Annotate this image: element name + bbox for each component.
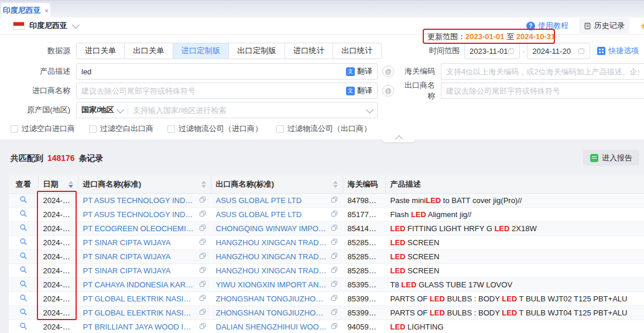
importer-link[interactable]: PT GLOBAL ELEKTRIK NASIONAL	[83, 308, 196, 317]
view-detail-button[interactable]	[9, 291, 38, 305]
translate-button[interactable]: 文 翻译	[346, 66, 372, 77]
importer-link[interactable]: PT ASUS TECHNOLOGY INDONESIA BA...	[83, 196, 196, 205]
product-desc-input[interactable]: 文 翻译	[76, 63, 378, 80]
copy-icon[interactable]	[331, 308, 338, 317]
history-button[interactable]: 历史记录	[579, 18, 629, 33]
importer-link[interactable]: PT CAHAYA INDONESIA KARGO	[83, 280, 196, 289]
view-detail-button[interactable]	[9, 277, 38, 291]
importer-link[interactable]: PT ASUS TECHNOLOGY INDONESIA BA...	[83, 210, 196, 219]
star-icon[interactable]: ★	[640, 20, 644, 32]
tab-indonesia[interactable]: 印度尼西亚 ×	[1, 3, 50, 18]
exporter-link[interactable]: ASUS GLOBAL PTE LTD	[216, 196, 302, 205]
exporter-link[interactable]: ZHONGSHAN TONGJIUZHOU INTERNA...	[216, 294, 327, 303]
copy-icon[interactable]	[331, 280, 338, 289]
close-icon[interactable]: ×	[44, 6, 49, 15]
copy-icon[interactable]	[199, 280, 206, 289]
copy-icon[interactable]	[199, 210, 206, 219]
chevron-down-icon[interactable]	[72, 21, 80, 29]
copy-icon[interactable]	[199, 266, 206, 275]
hs-code-input[interactable]	[441, 63, 644, 80]
source-tab[interactable]: 进口统计	[285, 43, 333, 59]
sort-icon[interactable]	[201, 181, 206, 188]
col-importer[interactable]: 进口商名称(标准)	[78, 176, 211, 193]
end-date-input[interactable]	[527, 43, 590, 59]
col-date[interactable]: 日期	[38, 176, 78, 193]
filter-checkbox[interactable]: 过滤物流公司（进口商）	[167, 123, 262, 134]
copy-icon[interactable]	[331, 266, 338, 275]
copy-icon[interactable]	[331, 224, 338, 233]
origin-type-select[interactable]: 国家/地区	[81, 105, 128, 115]
exporter-link[interactable]: ZHONGSHAN TONGJIUZHOU INTERNA...	[216, 308, 327, 317]
view-detail-button[interactable]	[9, 221, 38, 235]
importer-link[interactable]: PT SINAR CIPTA WIJAYA	[83, 252, 171, 261]
copy-icon[interactable]	[331, 210, 338, 219]
view-detail-button[interactable]	[9, 235, 38, 249]
origin-country-value[interactable]	[133, 106, 367, 115]
copy-icon[interactable]	[199, 294, 206, 303]
sort-icon[interactable]	[68, 181, 73, 188]
exporter-link[interactable]: CHONGQING WINWAY IMPORT AND E...	[216, 224, 327, 233]
source-tab[interactable]: 进口定制版	[173, 43, 229, 59]
product-desc-value[interactable]	[81, 67, 346, 76]
exporter-name-value[interactable]	[446, 87, 639, 95]
copy-icon[interactable]	[199, 196, 206, 205]
copy-icon[interactable]	[199, 224, 206, 233]
checkbox-icon[interactable]	[276, 125, 284, 133]
importer-link[interactable]: PT ECOGREEN OLEOCHEMICALS	[83, 224, 196, 233]
view-detail-button[interactable]	[9, 320, 38, 333]
match-mode-icon[interactable]: @	[382, 66, 394, 77]
exporter-link[interactable]: HANGZHOU XINGCAN TRADING CO LTD	[216, 252, 327, 261]
country-selector-label[interactable]: 印度尼西亚	[29, 20, 67, 31]
quick-options-button[interactable]: 快捷选项	[597, 46, 639, 56]
match-mode-icon[interactable]: @	[382, 85, 394, 97]
sort-icon[interactable]	[333, 181, 338, 188]
copy-icon[interactable]	[199, 308, 206, 317]
tutorial-link[interactable]: ? 使用教程	[526, 20, 568, 31]
filter-checkbox[interactable]: 过滤空白进口商	[11, 123, 75, 134]
exporter-link[interactable]: ASUS GLOBAL PTE LTD	[216, 210, 302, 219]
importer-link[interactable]: PT BRILLIANT JAYA WOOD INDUSTRY	[83, 322, 196, 331]
origin-country-input[interactable]: 国家/地区	[76, 102, 378, 118]
view-detail-button[interactable]	[9, 193, 38, 207]
importer-name-input[interactable]: 文 翻译	[76, 83, 378, 99]
importer-name-value[interactable]	[81, 87, 346, 95]
exporter-link[interactable]: DALIAN SHENGZHIHUI WOOD INDUST...	[216, 322, 327, 331]
filter-checkbox[interactable]: 过滤空白出口商	[89, 123, 153, 134]
filter-checkbox[interactable]: 过滤物流公司（出口商）	[276, 123, 371, 134]
importer-link[interactable]: PT SINAR CIPTA WIJAYA	[83, 266, 171, 275]
view-detail-button[interactable]	[9, 207, 38, 221]
checkbox-icon[interactable]	[89, 125, 97, 133]
copy-icon[interactable]	[331, 252, 338, 261]
copy-icon[interactable]	[331, 196, 338, 205]
end-date-value[interactable]	[532, 47, 578, 56]
source-tab[interactable]: 进口关单	[76, 43, 125, 59]
exporter-name-input[interactable]	[441, 83, 644, 99]
source-tab[interactable]: 出口关单	[125, 43, 173, 59]
copy-icon[interactable]	[199, 322, 206, 331]
copy-icon[interactable]	[331, 322, 338, 331]
source-tab[interactable]: 出口定制版	[229, 43, 285, 59]
col-exporter[interactable]: 出口商名称(标准)	[211, 176, 342, 193]
copy-icon[interactable]	[331, 294, 338, 303]
start-date-value[interactable]	[470, 47, 508, 56]
checkbox-icon[interactable]	[167, 125, 175, 133]
chevron-down-icon[interactable]	[366, 106, 374, 114]
exporter-link[interactable]: YIWU XIONGXIN IMPORT AND EXPORT...	[216, 280, 327, 289]
view-detail-button[interactable]	[9, 249, 38, 263]
source-tab[interactable]: 出口统计	[333, 43, 381, 59]
copy-icon[interactable]	[331, 238, 338, 247]
exporter-link[interactable]: HANGZHOU XINGCAN TRADING CO LTD	[216, 266, 327, 275]
start-date-input[interactable]	[464, 43, 520, 59]
copy-icon[interactable]	[199, 238, 206, 247]
collapse-filters-button[interactable]	[382, 133, 416, 142]
importer-link[interactable]: PT SINAR CIPTA WIJAYA	[83, 238, 171, 247]
enter-report-button[interactable]: 进入报告	[583, 150, 639, 166]
importer-link[interactable]: PT GLOBAL ELEKTRIK NASIONAL	[83, 294, 196, 303]
translate-button[interactable]: 文 翻译	[346, 85, 372, 96]
copy-icon[interactable]	[199, 252, 206, 261]
view-detail-button[interactable]	[9, 305, 38, 320]
checkbox-icon[interactable]	[11, 125, 18, 133]
view-detail-button[interactable]	[9, 263, 38, 277]
exporter-link[interactable]: HANGZHOU XINGCAN TRADING CO LTD	[216, 238, 327, 247]
hs-code-value[interactable]	[446, 67, 639, 76]
